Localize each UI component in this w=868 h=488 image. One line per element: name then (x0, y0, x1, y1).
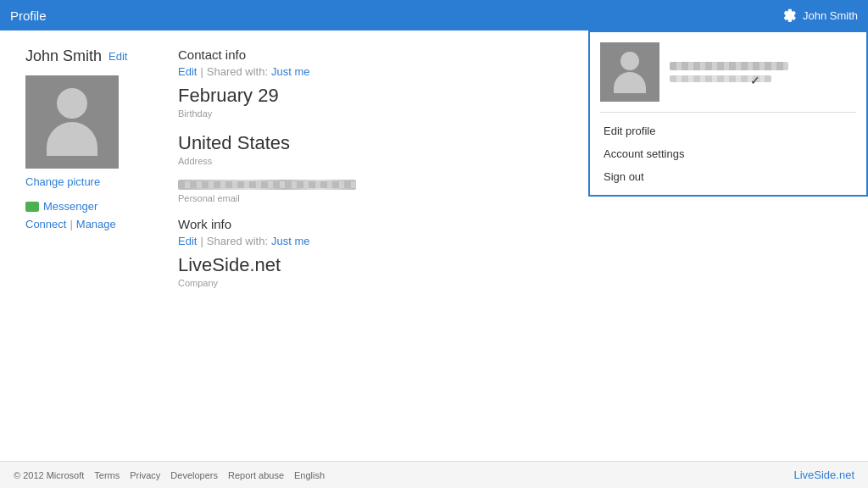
profile-name-row: John Smith Edit (25, 47, 153, 65)
footer-copyright: © 2012 Microsoft (14, 470, 84, 480)
header-username: John Smith (803, 9, 858, 22)
footer-brand: LiveSide.net (793, 469, 854, 481)
profile-name: John Smith (25, 47, 102, 65)
dropdown-avatar-head (620, 52, 639, 70)
contact-shared-link[interactable]: Just me (271, 65, 310, 78)
user-dropdown: ✓ Edit profile Account settings Sign out (588, 30, 868, 197)
shared-with-label: Shared with: (207, 65, 268, 78)
dropdown-user-info: ✓ (670, 62, 856, 82)
account-settings-item[interactable]: Account settings (590, 142, 866, 165)
sidebar: John Smith Edit Change picture Messenger… (25, 47, 153, 444)
footer-privacy[interactable]: Privacy (130, 470, 160, 480)
pipe-separator: | (70, 218, 72, 230)
work-shared-link[interactable]: Just me (271, 235, 310, 247)
change-picture-link[interactable]: Change picture (25, 175, 153, 188)
gear-icon (781, 8, 796, 23)
avatar (25, 75, 119, 169)
page-title: Profile (10, 8, 47, 23)
footer-language[interactable]: English (294, 470, 325, 480)
footer-report-abuse[interactable]: Report abuse (228, 470, 284, 480)
messenger-label: Messenger (43, 200, 97, 213)
avatar-person (47, 88, 97, 156)
dropdown-menu: Edit profile Account settings Sign out (590, 113, 866, 195)
dropdown-username-blurred (670, 62, 788, 70)
connect-manage-row: Connect | Manage (25, 218, 153, 230)
contact-edit-link[interactable]: Edit (178, 65, 197, 78)
work-info-links: Edit | Shared with: Just me (178, 235, 843, 247)
dropdown-top: ✓ (590, 32, 866, 112)
messenger-link[interactable]: Messenger (25, 200, 153, 213)
avatar-body (47, 122, 97, 156)
check-icon: ✓ (750, 74, 760, 87)
dropdown-avatar-person (614, 52, 646, 93)
pipe-contact: | (200, 65, 203, 78)
work-edit-link[interactable]: Edit (178, 235, 197, 247)
footer-terms[interactable]: Terms (94, 470, 120, 480)
dropdown-avatar (600, 42, 659, 102)
work-info-section: Work info Edit | Shared with: Just me Li… (178, 217, 843, 288)
company-label: Company (178, 278, 843, 288)
profile-edit-link[interactable]: Edit (108, 50, 127, 63)
work-shared-label: Shared with: (207, 235, 268, 247)
personal-email-blurred (178, 180, 356, 190)
avatar-head (57, 88, 87, 119)
user-menu-trigger[interactable]: John Smith (781, 8, 858, 23)
footer-left: © 2012 Microsoft Terms Privacy Developer… (14, 470, 325, 480)
edit-profile-item[interactable]: Edit profile (590, 119, 866, 142)
footer-developers[interactable]: Developers (170, 470, 218, 480)
messenger-icon (25, 202, 39, 212)
dropdown-avatar-body (614, 72, 646, 93)
header: Profile John Smith (0, 0, 868, 30)
work-info-title: Work info (178, 217, 843, 231)
company-value: LiveSide.net (178, 254, 843, 276)
connect-link[interactable]: Connect (25, 218, 66, 230)
manage-link[interactable]: Manage (76, 218, 116, 230)
pipe-work: | (200, 235, 203, 247)
footer: © 2012 Microsoft Terms Privacy Developer… (0, 461, 868, 488)
sign-out-item[interactable]: Sign out (590, 165, 866, 188)
